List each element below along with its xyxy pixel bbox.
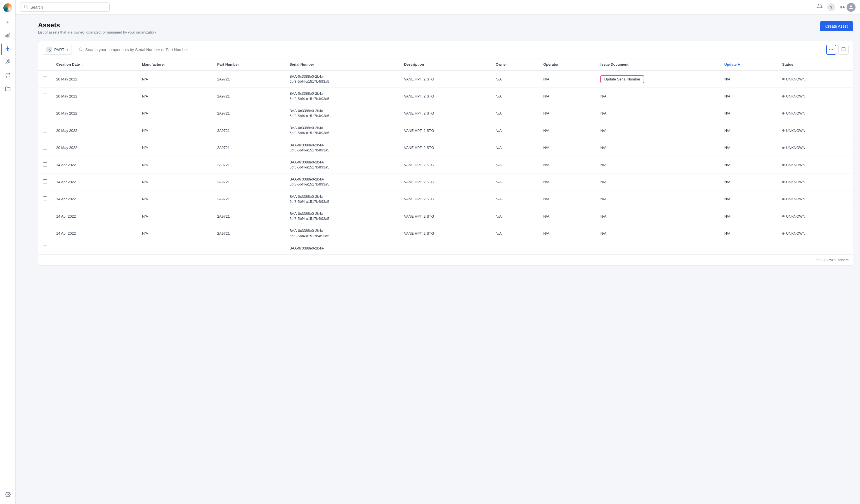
svg-point-6 [850, 5, 852, 7]
cell-part-number: 2A9721 [213, 174, 285, 191]
cell-status: UNKNOWN [778, 139, 853, 156]
column-owner: Owner [491, 58, 539, 71]
issue-document-label: Issue Document [600, 62, 628, 66]
status-dot [782, 181, 785, 183]
select-all-checkbox[interactable] [43, 62, 47, 66]
row-checkbox[interactable] [43, 110, 47, 115]
cell-owner: N/A [491, 122, 539, 139]
svg-point-3 [7, 494, 9, 495]
sidebar-item-settings[interactable] [2, 489, 13, 501]
user-avatar[interactable]: BA [840, 3, 856, 12]
row-checkbox[interactable] [43, 196, 47, 201]
assets-table-container: PART ▾ ··· [38, 41, 853, 266]
notification-icon[interactable] [817, 3, 823, 11]
columns-button[interactable] [838, 45, 848, 55]
cell-status: UNKNOWN [778, 88, 853, 105]
cell-issue-document: N/A [596, 225, 720, 242]
cell-operator: N/A [539, 156, 596, 173]
filter-search-input[interactable] [85, 47, 819, 52]
cell-manufacturer: N/A [138, 122, 213, 139]
cell-owner: N/A [491, 88, 539, 105]
cell-serial-number: BAA-0c3388e0-2b4a-5bf8-5bf4-a1517b4f93a5 [285, 105, 400, 122]
svg-rect-12 [842, 47, 845, 51]
cell-serial-number: BAA-0c3388e0-2b4a-5bf8-5bf4-a1517b4f93a5 [285, 191, 400, 208]
status-badge: UNKNOWN [782, 163, 848, 167]
status-text: UNKNOWN [786, 180, 805, 184]
row-checkbox[interactable] [43, 162, 47, 167]
row-checkbox[interactable] [43, 246, 47, 250]
row-checkbox[interactable] [43, 214, 47, 218]
row-checkbox[interactable] [43, 128, 47, 132]
svg-point-8 [79, 48, 82, 51]
status-dot [782, 95, 785, 98]
ellipsis-icon: ··· [829, 47, 833, 52]
cell-issue-document: N/A [596, 191, 720, 208]
table-row: 14 Apr 2022N/A2A9721BAA-0c3388e0-2b4a-5b… [38, 174, 853, 191]
status-badge: UNKNOWN [782, 146, 848, 150]
cell-description: VANE HPT, 2 STG [400, 174, 491, 191]
filter-search[interactable] [75, 45, 823, 55]
cell-status: UNKNOWN [778, 122, 853, 139]
cell-update: N/A [720, 139, 778, 156]
cell-part-number: 2A9721 [213, 122, 285, 139]
sidebar-item-transfer[interactable] [2, 70, 13, 81]
table-footer: 59930 PART Assets [38, 254, 853, 265]
status-text: UNKNOWN [786, 111, 805, 115]
sidebar-item-add[interactable]: + [2, 17, 13, 28]
column-description: Description [400, 58, 491, 71]
row-checkbox[interactable] [43, 145, 47, 149]
assets-table: Creation Date ↓ Manufacturer Part Number… [38, 58, 853, 254]
cell-issue-document: N/A [596, 105, 720, 122]
cell-update: N/A [720, 174, 778, 191]
column-operator: Operator [539, 58, 596, 71]
more-options-button[interactable]: ··· [826, 45, 836, 55]
column-creation-date[interactable]: Creation Date ↓ [52, 58, 138, 71]
row-checkbox[interactable] [43, 231, 47, 235]
table-row: 14 Apr 2022N/A2A9721BAA-0c3388e0-2b4a-5b… [38, 191, 853, 208]
status-dot [782, 147, 785, 149]
cell-update: N/A [720, 208, 778, 225]
cell-part-number: 2A9721 [213, 191, 285, 208]
cell-part-number: 2A9721 [213, 139, 285, 156]
row-checkbox[interactable] [43, 76, 47, 81]
cell-manufacturer: N/A [138, 174, 213, 191]
cell-status: UNKNOWN [778, 105, 853, 122]
cell-owner: N/A [491, 105, 539, 122]
table-row: 20 May 2022N/A2A9721BAA-0c3388e0-2b4a-5b… [38, 105, 853, 122]
sidebar-item-assets[interactable] [1, 44, 13, 55]
cell-creation-date: 20 May 2022 [52, 71, 138, 88]
sidebar-item-dashboard[interactable] [2, 30, 13, 41]
status-badge: UNKNOWN [782, 231, 848, 236]
cell-serial-number: BAA-0c3388e0-2b4a-5bf8-5bf4-a1517b4f93a5 [285, 71, 400, 88]
update-serial-number-button[interactable]: Update Serial Number [600, 75, 644, 83]
cell-part-number: 2A9721 [213, 225, 285, 242]
row-checkbox[interactable] [43, 93, 47, 98]
chevron-down-icon: ▾ [67, 48, 68, 52]
status-dot [782, 129, 785, 132]
filter-type-selector[interactable]: PART ▾ [43, 45, 72, 55]
cell-issue-document: N/A [596, 122, 720, 139]
row-checkbox[interactable] [43, 179, 47, 184]
search-input[interactable] [30, 5, 106, 10]
cell-status: UNKNOWN [778, 174, 853, 191]
cell-serial-partial: BAA-0c3388e0-2b4a- [285, 242, 400, 254]
cell-manufacturer: N/A [138, 225, 213, 242]
cell-creation-date-partial [52, 242, 138, 254]
update-column-link[interactable]: Update ▶ [725, 62, 773, 66]
table-row: 20 May 2022N/A2A9721BAA-0c3388e0-2b4a-5b… [38, 88, 853, 105]
search-box[interactable] [20, 2, 110, 12]
cell-manufacturer: N/A [138, 208, 213, 225]
column-part-number: Part Number [213, 58, 285, 71]
cell-issue-document[interactable]: Update Serial Number [596, 71, 720, 88]
cell-serial-number: BAA-0c3388e0-2b4a-5bf8-5bf4-a1517b4f93a5 [285, 122, 400, 139]
serial-number-label: Serial Number [289, 62, 314, 66]
status-text: UNKNOWN [786, 197, 805, 201]
help-icon[interactable]: ? [827, 3, 835, 11]
columns-icon [841, 47, 846, 53]
sidebar-item-files[interactable] [2, 84, 13, 95]
cell-issue-document: N/A [596, 88, 720, 105]
status-dot [782, 78, 785, 80]
svg-line-5 [27, 8, 28, 9]
create-asset-button[interactable]: Create Asset [820, 21, 853, 31]
sidebar-item-tools[interactable] [2, 57, 13, 68]
